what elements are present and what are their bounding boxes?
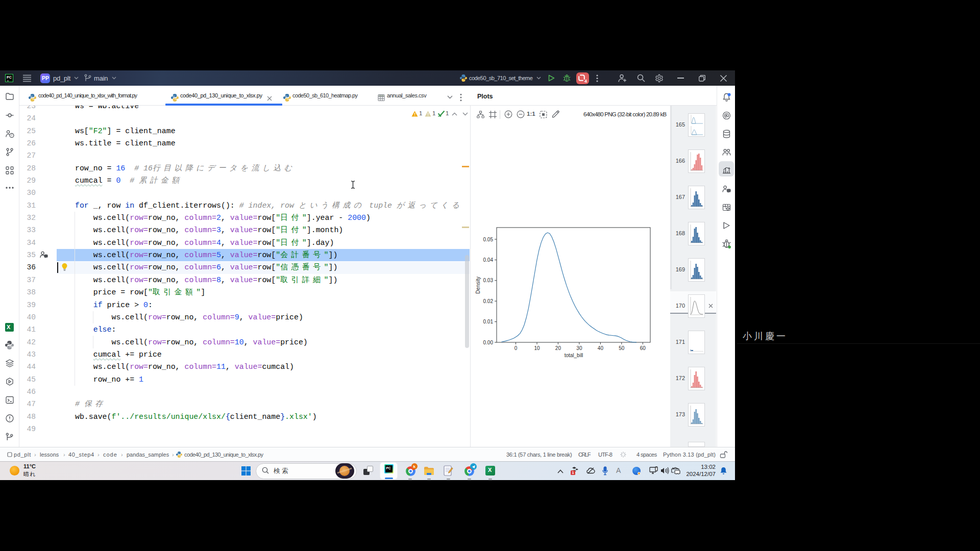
svg-text:1: 1 <box>572 470 574 475</box>
svg-text:0.02: 0.02 <box>483 298 494 304</box>
svg-text:0: 0 <box>514 345 518 351</box>
svg-text:20: 20 <box>555 345 561 351</box>
svg-text:total_bill: total_bill <box>565 353 583 358</box>
svg-text:0.03: 0.03 <box>483 278 494 283</box>
svg-text:10: 10 <box>534 345 540 351</box>
svg-text:30: 30 <box>576 345 582 351</box>
svg-text:0.01: 0.01 <box>483 319 494 324</box>
svg-text:0.00: 0.00 <box>483 340 494 345</box>
svg-text:60: 60 <box>640 345 646 351</box>
svg-text:40: 40 <box>598 345 604 351</box>
svg-text:Density: Density <box>475 277 481 293</box>
svg-text:50: 50 <box>619 345 625 351</box>
svg-text:0.04: 0.04 <box>483 257 494 263</box>
svg-text:0.05: 0.05 <box>483 237 494 242</box>
